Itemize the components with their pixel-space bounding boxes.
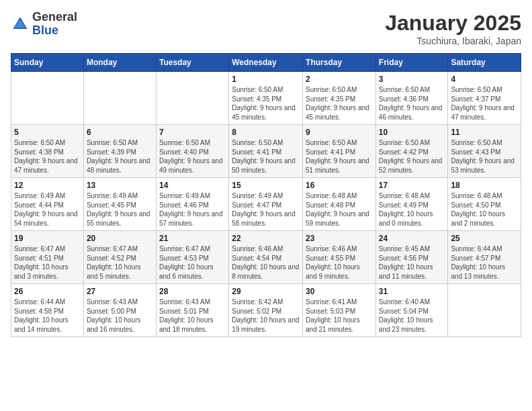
calendar-cell: 20Sunrise: 6:47 AM Sunset: 4:52 PM Dayli… — [83, 231, 156, 284]
day-number: 8 — [232, 128, 300, 137]
day-info: Sunrise: 6:50 AM Sunset: 4:40 PM Dayligh… — [159, 138, 226, 175]
day-number: 6 — [87, 128, 153, 137]
day-number: 7 — [159, 128, 226, 137]
day-number: 9 — [306, 128, 373, 137]
day-info: Sunrise: 6:48 AM Sunset: 4:48 PM Dayligh… — [306, 191, 373, 228]
day-info: Sunrise: 6:49 AM Sunset: 4:46 PM Dayligh… — [159, 191, 226, 228]
day-info: Sunrise: 6:47 AM Sunset: 4:52 PM Dayligh… — [87, 244, 153, 281]
weekday-header: Monday — [83, 54, 156, 72]
calendar-cell: 15Sunrise: 6:49 AM Sunset: 4:47 PM Dayli… — [229, 178, 303, 231]
day-info: Sunrise: 6:45 AM Sunset: 4:56 PM Dayligh… — [379, 244, 445, 281]
day-info: Sunrise: 6:48 AM Sunset: 4:50 PM Dayligh… — [451, 191, 518, 228]
day-number: 5 — [14, 128, 81, 137]
day-info: Sunrise: 6:50 AM Sunset: 4:41 PM Dayligh… — [306, 138, 373, 175]
page-title: January 2025 — [385, 11, 521, 36]
calendar-cell: 18Sunrise: 6:48 AM Sunset: 4:50 PM Dayli… — [448, 178, 521, 231]
day-number: 25 — [451, 234, 518, 243]
calendar-cell: 6Sunrise: 6:50 AM Sunset: 4:39 PM Daylig… — [83, 125, 156, 178]
day-info: Sunrise: 6:50 AM Sunset: 4:43 PM Dayligh… — [451, 138, 518, 175]
day-info: Sunrise: 6:50 AM Sunset: 4:35 PM Dayligh… — [232, 85, 300, 122]
day-info: Sunrise: 6:49 AM Sunset: 4:45 PM Dayligh… — [87, 191, 153, 228]
weekday-header: Saturday — [448, 54, 521, 72]
day-number: 19 — [14, 234, 81, 243]
day-number: 27 — [87, 287, 153, 296]
day-number: 13 — [87, 181, 153, 190]
day-number: 16 — [306, 181, 373, 190]
day-number: 31 — [379, 287, 445, 296]
day-number: 14 — [159, 181, 226, 190]
day-number: 17 — [379, 181, 445, 190]
day-info: Sunrise: 6:50 AM Sunset: 4:38 PM Dayligh… — [14, 138, 81, 175]
calendar-cell: 19Sunrise: 6:47 AM Sunset: 4:51 PM Dayli… — [11, 231, 84, 284]
calendar-cell: 4Sunrise: 6:50 AM Sunset: 4:37 PM Daylig… — [448, 72, 521, 125]
day-info: Sunrise: 6:50 AM Sunset: 4:37 PM Dayligh… — [451, 85, 518, 122]
calendar-cell: 28Sunrise: 6:43 AM Sunset: 5:01 PM Dayli… — [156, 284, 228, 337]
day-info: Sunrise: 6:42 AM Sunset: 5:02 PM Dayligh… — [232, 298, 300, 334]
calendar-cell: 7Sunrise: 6:50 AM Sunset: 4:40 PM Daylig… — [156, 125, 228, 178]
day-number: 1 — [232, 75, 300, 84]
calendar-cell: 1Sunrise: 6:50 AM Sunset: 4:35 PM Daylig… — [229, 72, 303, 125]
calendar-cell: 8Sunrise: 6:50 AM Sunset: 4:41 PM Daylig… — [229, 125, 303, 178]
calendar-cell: 11Sunrise: 6:50 AM Sunset: 4:43 PM Dayli… — [448, 125, 521, 178]
day-number: 12 — [14, 181, 81, 190]
calendar-cell — [448, 284, 521, 337]
day-info: Sunrise: 6:49 AM Sunset: 4:47 PM Dayligh… — [232, 191, 300, 228]
day-info: Sunrise: 6:50 AM Sunset: 4:39 PM Dayligh… — [87, 138, 153, 175]
calendar-cell: 23Sunrise: 6:46 AM Sunset: 4:55 PM Dayli… — [303, 231, 376, 284]
day-info: Sunrise: 6:46 AM Sunset: 4:55 PM Dayligh… — [306, 244, 373, 281]
calendar-cell: 17Sunrise: 6:48 AM Sunset: 4:49 PM Dayli… — [375, 178, 448, 231]
logo-text: General Blue — [32, 11, 77, 38]
day-info: Sunrise: 6:49 AM Sunset: 4:44 PM Dayligh… — [14, 191, 81, 228]
calendar-cell: 31Sunrise: 6:40 AM Sunset: 5:04 PM Dayli… — [375, 284, 448, 337]
day-info: Sunrise: 6:46 AM Sunset: 4:54 PM Dayligh… — [232, 244, 300, 281]
calendar-cell: 10Sunrise: 6:50 AM Sunset: 4:42 PM Dayli… — [375, 125, 448, 178]
day-number: 10 — [379, 128, 445, 137]
calendar-week-row: 5Sunrise: 6:50 AM Sunset: 4:38 PM Daylig… — [11, 125, 521, 178]
day-number: 26 — [14, 287, 81, 296]
day-info: Sunrise: 6:50 AM Sunset: 4:36 PM Dayligh… — [379, 85, 445, 122]
day-info: Sunrise: 6:40 AM Sunset: 5:04 PM Dayligh… — [379, 298, 445, 334]
day-info: Sunrise: 6:50 AM Sunset: 4:41 PM Dayligh… — [232, 138, 300, 175]
calendar-cell: 16Sunrise: 6:48 AM Sunset: 4:48 PM Dayli… — [303, 178, 376, 231]
title-block: January 2025 Tsuchiura, Ibaraki, Japan — [385, 11, 521, 46]
day-info: Sunrise: 6:47 AM Sunset: 4:53 PM Dayligh… — [159, 244, 226, 281]
logo-blue: Blue — [32, 24, 77, 38]
day-number: 15 — [232, 181, 300, 190]
day-number: 29 — [232, 287, 300, 296]
calendar-week-row: 12Sunrise: 6:49 AM Sunset: 4:44 PM Dayli… — [11, 178, 521, 231]
calendar-cell: 9Sunrise: 6:50 AM Sunset: 4:41 PM Daylig… — [303, 125, 376, 178]
weekday-header: Friday — [375, 54, 448, 72]
calendar-cell — [156, 72, 228, 125]
day-number: 3 — [379, 75, 445, 84]
day-number: 22 — [232, 234, 300, 243]
calendar-cell: 25Sunrise: 6:44 AM Sunset: 4:57 PM Dayli… — [448, 231, 521, 284]
day-number: 21 — [159, 234, 226, 243]
day-number: 2 — [306, 75, 373, 84]
logo-icon — [11, 15, 30, 34]
calendar-cell: 27Sunrise: 6:43 AM Sunset: 5:00 PM Dayli… — [83, 284, 156, 337]
calendar-table: SundayMondayTuesdayWednesdayThursdayFrid… — [11, 53, 521, 337]
calendar-cell — [11, 72, 84, 125]
day-number: 30 — [306, 287, 373, 296]
day-number: 24 — [379, 234, 445, 243]
weekday-header: Sunday — [11, 54, 84, 72]
calendar-week-row: 19Sunrise: 6:47 AM Sunset: 4:51 PM Dayli… — [11, 231, 521, 284]
day-info: Sunrise: 6:50 AM Sunset: 4:42 PM Dayligh… — [379, 138, 445, 175]
logo: General Blue — [11, 11, 77, 38]
day-info: Sunrise: 6:43 AM Sunset: 5:00 PM Dayligh… — [87, 298, 153, 334]
calendar-cell: 2Sunrise: 6:50 AM Sunset: 4:35 PM Daylig… — [303, 72, 376, 125]
calendar-week-row: 26Sunrise: 6:44 AM Sunset: 4:58 PM Dayli… — [11, 284, 521, 337]
day-info: Sunrise: 6:48 AM Sunset: 4:49 PM Dayligh… — [379, 191, 445, 228]
day-number: 20 — [87, 234, 153, 243]
day-number: 23 — [306, 234, 373, 243]
weekday-header: Thursday — [303, 54, 376, 72]
weekday-row: SundayMondayTuesdayWednesdayThursdayFrid… — [11, 54, 521, 72]
calendar-cell: 12Sunrise: 6:49 AM Sunset: 4:44 PM Dayli… — [11, 178, 84, 231]
calendar-cell: 24Sunrise: 6:45 AM Sunset: 4:56 PM Dayli… — [375, 231, 448, 284]
weekday-header: Tuesday — [156, 54, 228, 72]
day-info: Sunrise: 6:47 AM Sunset: 4:51 PM Dayligh… — [14, 244, 81, 281]
calendar-header: SundayMondayTuesdayWednesdayThursdayFrid… — [11, 54, 521, 72]
calendar-week-row: 1Sunrise: 6:50 AM Sunset: 4:35 PM Daylig… — [11, 72, 521, 125]
weekday-header: Wednesday — [229, 54, 303, 72]
calendar-cell: 14Sunrise: 6:49 AM Sunset: 4:46 PM Dayli… — [156, 178, 228, 231]
